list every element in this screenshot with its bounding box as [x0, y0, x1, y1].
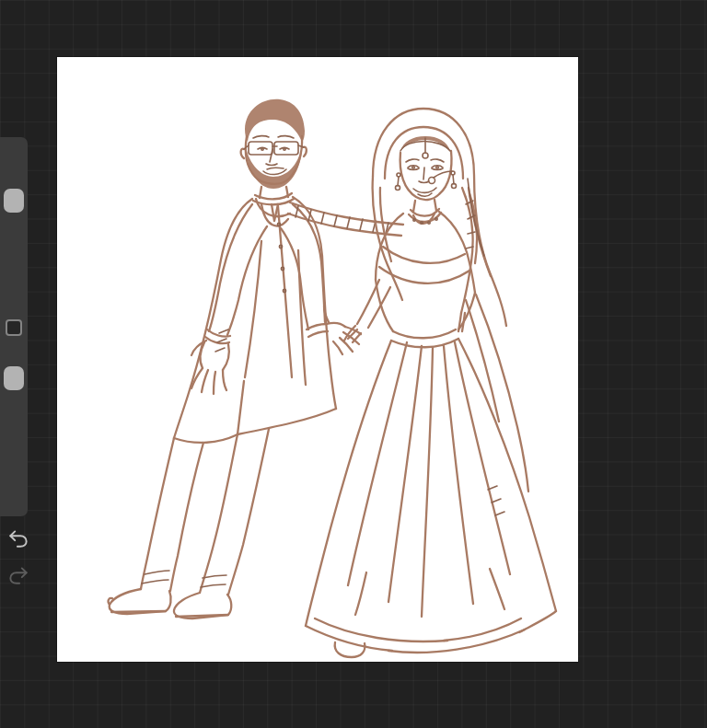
groom-figure — [109, 136, 403, 618]
opacity-slider[interactable] — [0, 327, 28, 516]
brush-size-slider-handle[interactable] — [4, 189, 24, 213]
undo-arrow-icon — [6, 526, 34, 550]
drawing-canvas[interactable] — [57, 57, 578, 662]
brush-size-slider[interactable] — [0, 137, 28, 327]
sidebar — [0, 137, 28, 516]
redo-button[interactable] — [6, 561, 34, 589]
undo-button[interactable] — [6, 525, 34, 552]
opacity-slider-handle[interactable] — [4, 366, 24, 390]
couple-sketch — [57, 57, 578, 662]
workspace-background — [0, 0, 707, 728]
redo-arrow-icon — [6, 563, 34, 587]
